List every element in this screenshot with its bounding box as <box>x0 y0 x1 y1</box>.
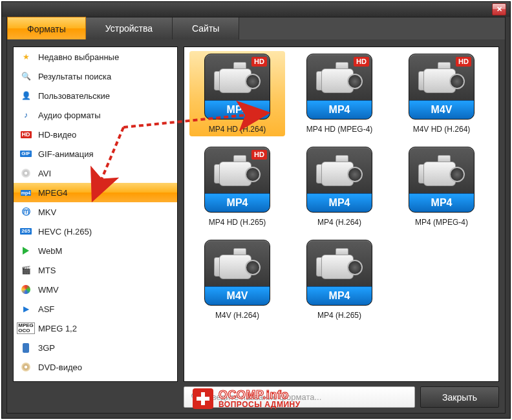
sidebar-item-label: AVI <box>38 169 51 178</box>
sidebar-item-label: Недавно выбранные <box>38 52 119 62</box>
tabs: Форматы Устройства Сайты <box>7 17 505 39</box>
dvd-icon <box>20 361 32 373</box>
format-tile-label: M4V HD (H.264) <box>396 125 487 134</box>
wmv-icon <box>20 284 32 295</box>
hd-badge: HD <box>354 57 369 67</box>
sidebar-item-пользовательские[interactable]: 👤Пользовательские <box>14 86 177 105</box>
sidebar-item-gif-анимация[interactable]: GIFGIF-анимация <box>14 144 177 163</box>
mpeg-icon: MPEGOCO <box>20 322 32 334</box>
format-tile-label: MP4 HD (H.264) <box>192 125 283 134</box>
sidebar-item-flash-видео[interactable]: fFlash-видео <box>14 377 177 382</box>
window-close-button[interactable]: ✕ <box>492 3 506 16</box>
tab-formats[interactable]: Форматы <box>7 17 86 40</box>
format-tile-m4v-hd-h-264-[interactable]: HDM4VM4V HD (H.264) <box>396 54 487 134</box>
search-icon: 🔍 <box>191 392 201 402</box>
camcorder-icon <box>214 155 259 189</box>
tab-sites[interactable]: Сайты <box>173 17 239 39</box>
format-tile-label: MP4 HD (H.265) <box>192 218 283 227</box>
note-icon: ♪ <box>20 109 32 121</box>
format-tile-mp4-hd-h-265-[interactable]: HDMP4MP4 HD (H.265) <box>192 147 283 227</box>
sidebar-item-label: 3GP <box>38 343 55 353</box>
tab-label: Устройства <box>105 23 153 34</box>
sidebar-item-hd-видео[interactable]: HDHD-видео <box>14 125 177 144</box>
clap-icon: 🎬 <box>20 264 32 276</box>
sidebar-item-label: ASF <box>38 304 54 314</box>
sidebar-item-wmv[interactable]: WMV <box>14 280 177 299</box>
sidebar-item-mpeg4[interactable]: mp4MPEG4 <box>14 183 177 202</box>
sidebar-item-label: HEVC (H.265) <box>38 227 92 236</box>
sidebar-item-avi[interactable]: AVI <box>14 163 177 183</box>
sidebar-item-webm[interactable]: WebM <box>14 241 177 260</box>
camcorder-icon <box>316 62 361 96</box>
tab-label: Сайты <box>192 23 219 34</box>
gif-icon: GIF <box>20 148 32 160</box>
format-thumbnail: HDMP4 <box>204 147 270 213</box>
sidebar-item-аудио-форматы[interactable]: ♪Аудио форматы <box>14 105 177 125</box>
sidebar-item-label: Аудио форматы <box>38 110 101 120</box>
format-tile-mp4-h-264-[interactable]: MP4MP4 (H.264) <box>294 147 385 227</box>
format-thumbnail: MP4 <box>306 147 372 213</box>
sidebar-item-результаты-поиска[interactable]: 🔍Результаты поиска <box>14 67 177 86</box>
sidebar-item-asf[interactable]: ▶ASF <box>14 299 177 319</box>
sidebar-item-label: DVD-видео <box>38 362 82 372</box>
titlebar: ✕ <box>2 2 510 17</box>
sidebar-item-label: Результаты поиска <box>38 72 111 81</box>
format-strip: MP4 <box>409 193 474 212</box>
camcorder-icon <box>316 155 361 189</box>
dialog: Форматы Устройства Сайты ★Недавно выбран… <box>6 17 506 414</box>
format-tile-label: MP4 (H.265) <box>294 311 385 320</box>
phone-icon <box>20 342 32 353</box>
format-tile-label: MP4 (MPEG-4) <box>396 218 487 227</box>
format-strip: MP4 <box>205 193 270 212</box>
sidebar-item-mpeg-1-2[interactable]: MPEGOCOMPEG 1,2 <box>14 319 177 338</box>
format-strip: M4V <box>409 100 474 119</box>
sidebar-item-label: Flash-видео <box>38 382 85 383</box>
format-tile-label: MP4 HD (MPEG-4) <box>294 125 385 134</box>
format-tile-mp4-hd-h-264-[interactable]: HDMP4MP4 HD (H.264) <box>189 51 285 136</box>
format-tile-mp4-hd-mpeg-4-[interactable]: HDMP4MP4 HD (MPEG-4) <box>294 54 385 134</box>
bottom-bar: 🔍 Введите название формата... Закрыть <box>184 386 499 408</box>
search-input[interactable]: 🔍 Введите название формата... <box>184 386 415 408</box>
format-strip: MP4 <box>307 100 372 119</box>
sidebar-item-hevc-h-265-[interactable]: 265HEVC (H.265) <box>14 222 177 241</box>
camcorder-icon <box>214 62 259 96</box>
sidebar-item-dvd-видео[interactable]: DVD-видео <box>14 357 177 377</box>
camcorder-icon <box>214 248 259 282</box>
hd-badge: HD <box>251 57 267 67</box>
sidebar-item-label: MPEG 1,2 <box>38 324 77 333</box>
disc-icon <box>20 167 32 179</box>
format-tile-label: MP4 (H.264) <box>294 218 385 227</box>
sidebar-item-3gp[interactable]: 3GP <box>14 338 177 357</box>
sidebar-item-label: MKV <box>38 207 56 217</box>
sidebar-item-mkv[interactable]: ⓜMKV <box>14 202 177 222</box>
star-icon: ★ <box>20 51 32 63</box>
app-window: ✕ Форматы Устройства Сайты ★Недавно выбр… <box>1 1 511 419</box>
close-button[interactable]: Закрыть <box>420 386 499 408</box>
sidebar: ★Недавно выбранные🔍Результаты поиска👤Пол… <box>13 47 178 382</box>
tab-devices[interactable]: Устройства <box>86 17 173 39</box>
format-thumbnail: HDMP4 <box>204 54 270 120</box>
format-tile-mp4-h-265-[interactable]: MP4MP4 (H.265) <box>294 240 385 320</box>
close-icon: ✕ <box>496 5 502 14</box>
search-placeholder: Введите название формата... <box>206 392 321 402</box>
sidebar-item-label: MTS <box>38 266 56 275</box>
format-strip: MP4 <box>307 286 372 305</box>
camcorder-icon <box>316 248 361 282</box>
sidebar-item-label: WMV <box>38 285 59 295</box>
hd-icon: HD <box>20 129 32 140</box>
format-thumbnail: MP4 <box>409 147 475 213</box>
hd-badge: HD <box>456 57 471 67</box>
sidebar-item-недавно-выбранные[interactable]: ★Недавно выбранные <box>14 47 177 67</box>
format-tile-mp4-mpeg-4-[interactable]: MP4MP4 (MPEG-4) <box>396 147 487 227</box>
format-strip: MP4 <box>307 193 372 212</box>
format-strip: M4V <box>205 286 270 305</box>
format-thumbnail: MP4 <box>306 240 372 306</box>
dialog-body: ★Недавно выбранные🔍Результаты поиска👤Пол… <box>7 39 505 413</box>
play-icon <box>20 245 32 257</box>
format-strip: MP4 <box>205 100 270 119</box>
sidebar-item-mts[interactable]: 🎬MTS <box>14 260 177 280</box>
format-tile-m4v-h-264-[interactable]: M4VM4V (H.264) <box>192 240 283 320</box>
sidebar-item-label: Пользовательские <box>38 91 110 101</box>
mp4-icon: mp4 <box>20 187 32 198</box>
hd-badge: HD <box>251 150 267 160</box>
